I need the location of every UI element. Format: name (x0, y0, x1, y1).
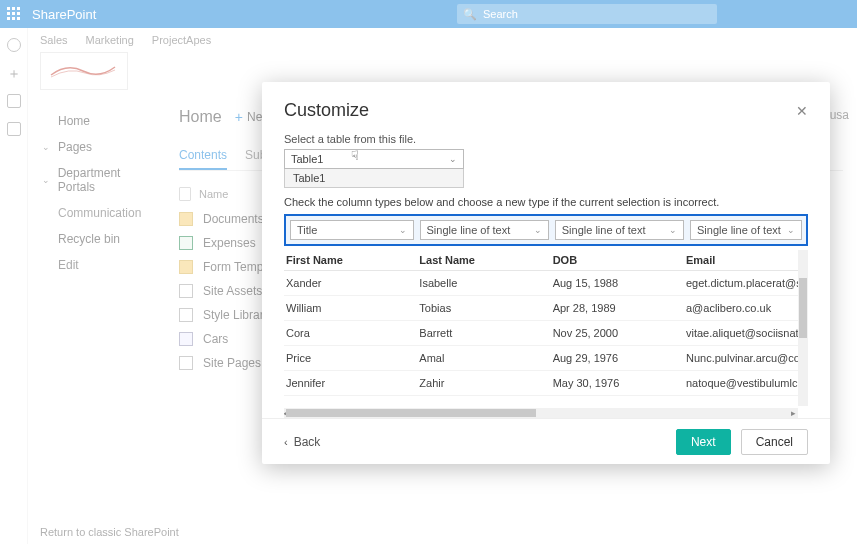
modal-footer: ‹ Back Next Cancel (262, 418, 830, 464)
table-cell: Amal (419, 352, 552, 364)
table-cell: Cora (286, 327, 419, 339)
cancel-button[interactable]: Cancel (741, 429, 808, 455)
modal-title: Customize (284, 100, 369, 121)
scrollbar-thumb[interactable] (799, 278, 807, 338)
modal-body: Select a table from this file. Table1 ⌄ … (262, 129, 830, 418)
coltype-select-2[interactable]: Single line of text⌄ (420, 220, 549, 240)
close-icon[interactable]: ✕ (796, 103, 808, 119)
coltype-select-4[interactable]: Single line of text⌄ (690, 220, 802, 240)
table-row: WilliamTobiasApr 28, 1989a@aclibero.co.u… (284, 296, 808, 321)
preview-grid: First Name Last Name DOB Email XanderIsa… (284, 250, 808, 418)
table-row: JenniferZahirMay 30, 1976natoque@vestibu… (284, 371, 808, 396)
table-cell: Isabelle (419, 277, 552, 289)
scroll-right-icon[interactable]: ▸ (791, 408, 796, 418)
modal-header: Customize ✕ (262, 82, 830, 129)
select-table-label: Select a table from this file. (284, 133, 808, 145)
col-firstname: First Name (286, 254, 419, 266)
table-cell: William (286, 302, 419, 314)
back-button[interactable]: ‹ Back (284, 435, 320, 449)
chevron-left-icon: ‹ (284, 436, 288, 448)
cursor-icon: ☟ (351, 148, 359, 163)
table-cell: eget.dictum.placerat@s (686, 277, 806, 289)
table-cell: Xander (286, 277, 419, 289)
table-cell: natoque@vestibulumlc (686, 377, 806, 389)
table-cell: Jennifer (286, 377, 419, 389)
column-type-row: Title⌄ Single line of text⌄ Single line … (284, 214, 808, 246)
instruction-text: Check the column types below and choose … (284, 196, 808, 208)
table-row: PriceAmalAug 29, 1976Nunc.pulvinar.arcu@… (284, 346, 808, 371)
table-cell: a@aclibero.co.uk (686, 302, 806, 314)
table-cell: Nunc.pulvinar.arcu@co (686, 352, 806, 364)
chevron-down-icon: ⌄ (669, 225, 677, 235)
table-select[interactable]: Table1 ⌄ ☟ (284, 149, 464, 169)
table-cell: vitae.aliquet@sociisnat (686, 327, 806, 339)
chevron-down-icon: ⌄ (449, 154, 457, 164)
table-cell: Barrett (419, 327, 552, 339)
chevron-down-icon: ⌄ (534, 225, 542, 235)
table-cell: Nov 25, 2000 (553, 327, 686, 339)
col-email: Email (686, 254, 806, 266)
vertical-scrollbar[interactable] (798, 250, 808, 406)
table-cell: Apr 28, 1989 (553, 302, 686, 314)
table-cell: Tobias (419, 302, 552, 314)
col-dob: DOB (553, 254, 686, 266)
coltype-select-1[interactable]: Title⌄ (290, 220, 414, 240)
table-cell: Aug 15, 1988 (553, 277, 686, 289)
customize-modal: Customize ✕ Select a table from this fil… (262, 82, 830, 464)
table-cell: Price (286, 352, 419, 364)
table-row: XanderIsabelleAug 15, 1988eget.dictum.pl… (284, 271, 808, 296)
scrollbar-thumb[interactable] (286, 409, 536, 417)
table-cell: May 30, 1976 (553, 377, 686, 389)
next-button[interactable]: Next (676, 429, 731, 455)
col-lastname: Last Name (419, 254, 552, 266)
table-cell: Zahir (419, 377, 552, 389)
table-row: CoraBarrettNov 25, 2000vitae.aliquet@soc… (284, 321, 808, 346)
chevron-down-icon: ⌄ (399, 225, 407, 235)
coltype-select-3[interactable]: Single line of text⌄ (555, 220, 684, 240)
horizontal-scrollbar[interactable]: ◂▸ (284, 408, 798, 418)
table-dropdown: Table1 (284, 169, 464, 188)
dropdown-option[interactable]: Table1 (285, 169, 463, 187)
table-cell: Aug 29, 1976 (553, 352, 686, 364)
grid-header: First Name Last Name DOB Email (284, 250, 808, 271)
chevron-down-icon: ⌄ (787, 225, 795, 235)
